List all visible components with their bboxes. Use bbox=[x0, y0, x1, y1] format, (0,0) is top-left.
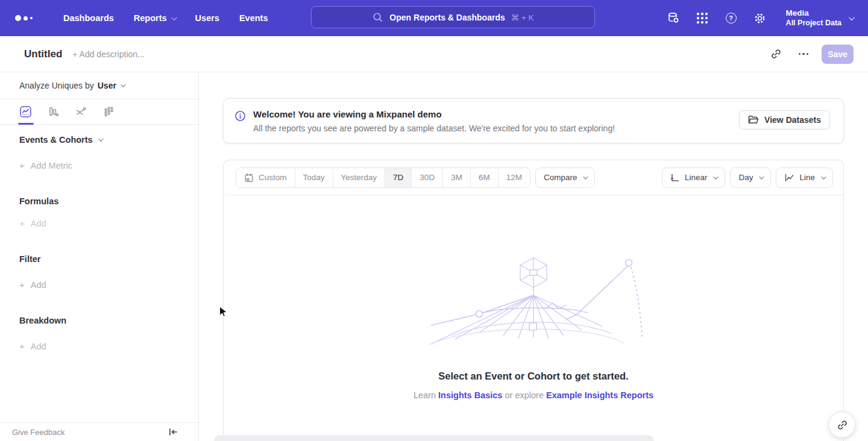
plus-icon: + bbox=[19, 160, 25, 170]
formulas-section: Formulas bbox=[19, 196, 58, 206]
add-metric-button[interactable]: +Add Metric bbox=[19, 160, 72, 170]
nav-events[interactable]: Events bbox=[239, 13, 268, 23]
date-range-custom[interactable]: Custom bbox=[236, 168, 295, 187]
link-icon bbox=[837, 419, 848, 431]
share-link-fab[interactable] bbox=[829, 411, 855, 438]
plus-icon: + bbox=[19, 280, 25, 290]
top-nav: Dashboards Reports Users Events Open Rep… bbox=[0, 0, 868, 36]
report-description-placeholder[interactable]: + Add description... bbox=[72, 49, 144, 59]
scatter-chart-tab[interactable] bbox=[102, 105, 115, 118]
settings-gear-icon[interactable] bbox=[753, 11, 767, 25]
project-scope: All Project Data bbox=[786, 19, 841, 28]
date-range-12m[interactable]: 12M bbox=[498, 168, 530, 187]
global-search[interactable]: Open Reports & Dashboards ⌘ + K bbox=[311, 6, 595, 28]
add-formula-button[interactable]: +Add bbox=[19, 218, 46, 228]
compare-button[interactable]: Compare bbox=[535, 167, 596, 188]
date-range-today[interactable]: Today bbox=[295, 168, 333, 187]
info-icon bbox=[234, 110, 246, 122]
banner-title: Welcome! You are viewing a Mixpanel demo bbox=[253, 109, 615, 120]
copy-link-icon[interactable] bbox=[766, 45, 785, 64]
line-chart-icon bbox=[784, 173, 794, 183]
chevron-down-icon bbox=[171, 14, 177, 20]
nav-users[interactable]: Users bbox=[195, 13, 219, 23]
date-range-yesterday[interactable]: Yesterday bbox=[333, 168, 386, 187]
chart-controls: Custom Today Yesterday 7D 30D 3M 6M 12M … bbox=[224, 160, 843, 195]
collapse-sidebar-icon[interactable] bbox=[169, 428, 186, 436]
date-range-30d[interactable]: 30D bbox=[412, 168, 443, 187]
visualization-tabs bbox=[0, 99, 198, 125]
search-label: Open Reports & Dashboards bbox=[389, 13, 505, 22]
selected-tab-indicator bbox=[18, 123, 34, 125]
insights-basics-link[interactable]: Insights Basics bbox=[438, 390, 502, 400]
flow-chart-tab[interactable] bbox=[75, 105, 87, 118]
search-shortcut: ⌘ + K bbox=[511, 13, 534, 22]
top-nav-right: ? Media All Project Data bbox=[667, 0, 853, 36]
plus-icon: + bbox=[19, 341, 25, 351]
chevron-down-icon bbox=[583, 174, 588, 179]
more-options-icon[interactable] bbox=[794, 45, 813, 64]
report-header: Untitled + Add description... Save bbox=[0, 36, 868, 72]
nav-dashboards[interactable]: Dashboards bbox=[63, 13, 114, 23]
data-management-icon[interactable] bbox=[667, 11, 680, 25]
plus-icon: + bbox=[19, 218, 25, 228]
analyze-uniques-row: Analyze Uniques by User bbox=[0, 72, 198, 99]
nav-reports[interactable]: Reports bbox=[134, 13, 175, 23]
date-range-selector: Custom Today Yesterday 7D 30D 3M 6M 12M bbox=[236, 167, 530, 188]
insights-chart-tab[interactable] bbox=[19, 105, 32, 118]
date-range-3m[interactable]: 3M bbox=[443, 168, 471, 187]
chevron-down-icon bbox=[849, 14, 855, 20]
mixpanel-logo[interactable] bbox=[15, 15, 43, 21]
bottom-panel-edge[interactable] bbox=[214, 435, 654, 441]
example-insights-reports-link[interactable]: Example Insights Reports bbox=[546, 390, 653, 400]
filter-section: Filter bbox=[19, 254, 40, 264]
help-icon[interactable]: ? bbox=[725, 11, 738, 25]
chevron-down-icon bbox=[98, 136, 103, 141]
date-range-7d[interactable]: 7D bbox=[385, 168, 412, 187]
scale-selector[interactable]: Linear bbox=[662, 167, 726, 188]
view-datasets-button[interactable]: View Datasets bbox=[739, 110, 830, 130]
analyze-by-selector[interactable]: User bbox=[98, 81, 124, 90]
help-glyph: ? bbox=[729, 14, 733, 22]
folder-open-icon bbox=[748, 115, 759, 125]
project-name: Media bbox=[786, 8, 841, 19]
give-feedback-link[interactable]: Give Feedback bbox=[12, 428, 64, 437]
project-switcher[interactable]: Media All Project Data bbox=[786, 8, 853, 28]
welcome-banner: Welcome! You are viewing a Mixpanel demo… bbox=[223, 98, 844, 143]
add-breakdown-button[interactable]: +Add bbox=[19, 341, 46, 351]
events-cohorts-section[interactable]: Events & Cohorts bbox=[19, 135, 102, 145]
chart-type-selector[interactable]: Line bbox=[776, 167, 833, 188]
apps-grid-icon[interactable] bbox=[696, 11, 709, 25]
empty-state-illustration bbox=[419, 253, 648, 349]
breakdown-section: Breakdown bbox=[19, 316, 66, 325]
sidebar-footer: Give Feedback bbox=[0, 422, 198, 441]
date-range-6m[interactable]: 6M bbox=[471, 168, 498, 187]
query-builder-sidebar: Analyze Uniques by User bbox=[0, 72, 199, 441]
calendar-icon bbox=[244, 173, 254, 183]
chevron-down-icon bbox=[714, 174, 719, 179]
report-title[interactable]: Untitled bbox=[24, 48, 62, 60]
bar-chart-tab[interactable] bbox=[47, 105, 60, 118]
empty-state-heading: Select an Event or Cohort to get started… bbox=[199, 371, 868, 382]
linear-axis-icon bbox=[670, 173, 680, 183]
chevron-down-icon bbox=[121, 82, 125, 87]
banner-body: All the reports you see are powered by a… bbox=[253, 124, 615, 133]
search-icon bbox=[372, 11, 383, 23]
add-filter-button[interactable]: +Add bbox=[19, 280, 46, 290]
chevron-down-icon bbox=[760, 174, 764, 179]
chevron-down-icon bbox=[821, 174, 826, 179]
analyze-prefix: Analyze Uniques by bbox=[19, 81, 94, 90]
save-button[interactable]: Save bbox=[822, 45, 854, 64]
report-canvas: Welcome! You are viewing a Mixpanel demo… bbox=[199, 72, 868, 441]
primary-nav: Dashboards Reports Users Events bbox=[63, 13, 268, 23]
granularity-selector[interactable]: Day bbox=[730, 167, 771, 188]
empty-state-links: Learn Insights Basics or explore Example… bbox=[199, 390, 868, 400]
